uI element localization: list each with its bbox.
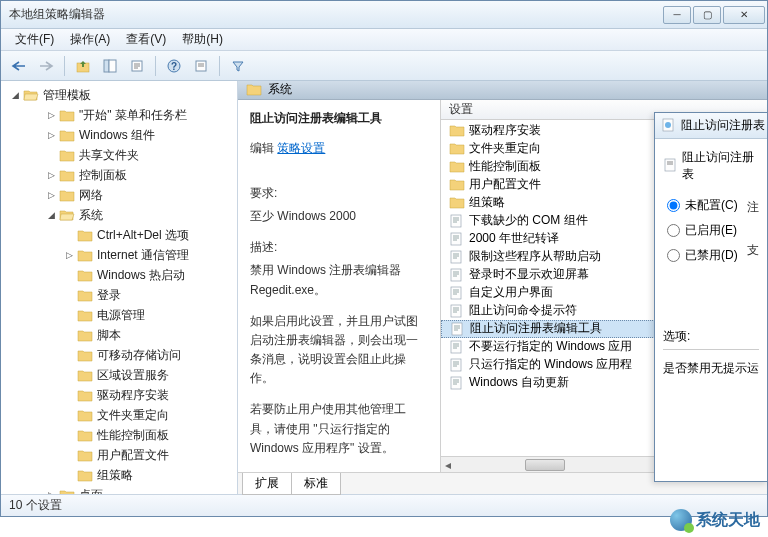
policy-icon bbox=[663, 158, 678, 174]
policy-icon bbox=[449, 304, 465, 318]
folder-icon bbox=[59, 188, 75, 202]
tree-label: 性能控制面板 bbox=[97, 427, 169, 444]
spacer bbox=[63, 329, 75, 341]
tree-node[interactable]: 组策略 bbox=[3, 465, 235, 485]
expand-icon[interactable]: ▷ bbox=[45, 489, 57, 494]
list-item-label: 2000 年世纪转译 bbox=[469, 230, 559, 247]
expand-icon[interactable]: ▷ bbox=[63, 249, 75, 261]
folder-icon bbox=[449, 178, 465, 192]
expand-icon[interactable]: ▷ bbox=[45, 109, 57, 121]
svg-rect-2 bbox=[109, 60, 116, 72]
tree-node[interactable]: 登录 bbox=[3, 285, 235, 305]
tree-node[interactable]: 共享文件夹 bbox=[3, 145, 235, 165]
radio-disabled[interactable]: 已禁用(D) bbox=[667, 247, 738, 264]
tree-label: 区域设置服务 bbox=[97, 367, 169, 384]
folder-icon bbox=[77, 248, 93, 262]
tree-node[interactable]: ◢系统 bbox=[3, 205, 235, 225]
tab-extended[interactable]: 扩展 bbox=[242, 473, 292, 495]
spacer bbox=[63, 229, 75, 241]
export-button[interactable] bbox=[189, 55, 213, 77]
maximize-button[interactable]: ▢ bbox=[693, 6, 721, 24]
policy-icon bbox=[449, 286, 465, 300]
list-item-label: 阻止访问命令提示符 bbox=[469, 302, 577, 319]
list-item-label: 用户配置文件 bbox=[469, 176, 541, 193]
path-bar: 系统 bbox=[238, 81, 767, 100]
folder-icon bbox=[77, 348, 93, 362]
tree-node[interactable]: Windows 热启动 bbox=[3, 265, 235, 285]
dialog-subtitle-row: 阻止访问注册表 bbox=[663, 149, 759, 183]
svg-rect-32 bbox=[451, 305, 461, 317]
menu-file[interactable]: 文件(F) bbox=[7, 29, 62, 50]
tree-label: 网络 bbox=[79, 187, 103, 204]
up-level-button[interactable] bbox=[71, 55, 95, 77]
policy-icon bbox=[449, 214, 465, 228]
folder-icon bbox=[77, 328, 93, 342]
close-button[interactable]: ✕ bbox=[723, 6, 765, 24]
dialog-title: 阻止访问注册表 bbox=[681, 117, 765, 134]
tree-node[interactable]: ▷Windows 组件 bbox=[3, 125, 235, 145]
policy-icon bbox=[449, 376, 465, 390]
requirement-label: 要求: bbox=[250, 184, 428, 203]
expand-icon[interactable]: ▷ bbox=[45, 129, 57, 141]
desc-p1: 禁用 Windows 注册表编辑器 Regedit.exe。 bbox=[250, 261, 428, 299]
edit-label: 编辑 bbox=[250, 141, 274, 155]
requirement-value: 至少 Windows 2000 bbox=[250, 207, 428, 226]
tree-node[interactable]: ▷桌面 bbox=[3, 485, 235, 494]
tree-panel[interactable]: ◢ 管理模板 ▷"开始" 菜单和任务栏▷Windows 组件共享文件夹▷控制面板… bbox=[1, 81, 238, 494]
tree-node[interactable]: ▷网络 bbox=[3, 185, 235, 205]
radio-not-configured[interactable]: 未配置(C) bbox=[667, 197, 738, 214]
options-text: 是否禁用无提示运 bbox=[663, 349, 759, 377]
tree-node[interactable]: ▷"开始" 菜单和任务栏 bbox=[3, 105, 235, 125]
expand-icon[interactable]: ▷ bbox=[45, 189, 57, 201]
tree-node[interactable]: 性能控制面板 bbox=[3, 425, 235, 445]
filter-button[interactable] bbox=[226, 55, 250, 77]
tab-standard[interactable]: 标准 bbox=[291, 473, 341, 495]
tree-node[interactable]: 区域设置服务 bbox=[3, 365, 235, 385]
tree-node[interactable]: 电源管理 bbox=[3, 305, 235, 325]
tree-node[interactable]: 文件夹重定向 bbox=[3, 405, 235, 425]
tree-label: 桌面 bbox=[79, 487, 103, 495]
show-hide-tree-button[interactable] bbox=[98, 55, 122, 77]
expand-icon[interactable]: ▷ bbox=[45, 169, 57, 181]
tree-node[interactable]: ▷Internet 通信管理 bbox=[3, 245, 235, 265]
tree-node[interactable]: ▷控制面板 bbox=[3, 165, 235, 185]
spacer bbox=[45, 149, 57, 161]
svg-rect-1 bbox=[104, 60, 109, 72]
tree-label: 用户配置文件 bbox=[97, 447, 169, 464]
forward-button[interactable] bbox=[34, 55, 58, 77]
back-button[interactable] bbox=[7, 55, 31, 77]
titlebar: 本地组策略编辑器 ─ ▢ ✕ bbox=[1, 1, 767, 29]
menu-help[interactable]: 帮助(H) bbox=[174, 29, 231, 50]
collapse-icon[interactable]: ◢ bbox=[9, 89, 21, 101]
svg-rect-44 bbox=[451, 359, 461, 371]
properties-button[interactable] bbox=[125, 55, 149, 77]
menu-action[interactable]: 操作(A) bbox=[62, 29, 118, 50]
tree-node[interactable]: Ctrl+Alt+Del 选项 bbox=[3, 225, 235, 245]
collapse-icon[interactable]: ◢ bbox=[45, 209, 57, 221]
list-item-label: 性能控制面板 bbox=[469, 158, 541, 175]
minimize-button[interactable]: ─ bbox=[663, 6, 691, 24]
svg-rect-16 bbox=[451, 233, 461, 245]
edit-policy-link[interactable]: 策略设置 bbox=[277, 139, 325, 158]
toolbar: ? bbox=[1, 51, 767, 81]
menu-view[interactable]: 查看(V) bbox=[118, 29, 174, 50]
svg-rect-24 bbox=[451, 269, 461, 281]
help-button[interactable]: ? bbox=[162, 55, 186, 77]
policy-icon bbox=[449, 268, 465, 282]
folder-icon bbox=[77, 448, 93, 462]
tree-node[interactable]: 脚本 bbox=[3, 325, 235, 345]
tree-node[interactable]: 驱动程序安装 bbox=[3, 385, 235, 405]
folder-icon bbox=[59, 148, 75, 162]
list-item-label: 限制这些程序从帮助启动 bbox=[469, 248, 601, 265]
spacer bbox=[63, 349, 75, 361]
tree-node[interactable]: 用户配置文件 bbox=[3, 445, 235, 465]
tree-label: 电源管理 bbox=[97, 307, 145, 324]
folder-open-icon bbox=[59, 208, 75, 222]
list-item-label: Windows 自动更新 bbox=[469, 374, 569, 391]
tree-node-root[interactable]: ◢ 管理模板 bbox=[3, 85, 235, 105]
tree-label: Windows 热启动 bbox=[97, 267, 185, 284]
tree-node[interactable]: 可移动存储访问 bbox=[3, 345, 235, 365]
radio-enabled[interactable]: 已启用(E) bbox=[667, 222, 738, 239]
folder-icon bbox=[77, 228, 93, 242]
folder-icon bbox=[59, 108, 75, 122]
